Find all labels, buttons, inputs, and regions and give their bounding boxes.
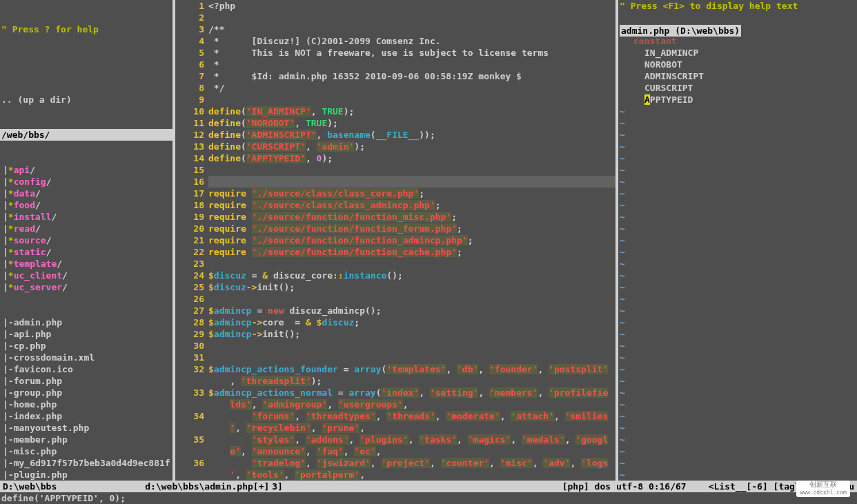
tree-dir[interactable]: |*config/ [1,176,171,188]
code-line[interactable]: $admincp = new discuz_admincp(); [208,305,615,316]
taglist-item[interactable]: ADMINSCRIPT [618,70,839,82]
tree-file[interactable]: |-admin.php [1,316,171,328]
code-line[interactable]: define('CURSCRIPT', 'admin'); [208,141,615,152]
tree-dir[interactable]: |*api/ [1,164,171,176]
code-line[interactable]: */ [208,82,615,94]
status-file: d:\web\bbs\admin.php[+] [142,481,272,492]
status-file-info: [php] dos utf-8 0:16/67 [560,481,689,492]
code-line[interactable]: * [208,59,615,70]
tree-file[interactable]: |-misc.php [1,445,171,457]
tree-dir[interactable]: |*static/ [1,246,171,258]
tree-file[interactable]: |-forum.php [1,375,171,387]
taglist-kind: constant [618,35,839,47]
updir-link[interactable]: .. (up a dir) [0,94,173,105]
code-line[interactable] [208,164,615,176]
tree-file[interactable]: |-home.php [1,399,171,410]
file-tree-pane[interactable]: " Press ? for help .. (up a dir) /web/bb… [0,0,174,481]
code-line[interactable]: , 'threadsplit'); [208,375,615,387]
pane-title-right: " Press <F1> to display help text [618,0,839,12]
tree-file[interactable]: |-group.php [1,387,171,399]
code-line[interactable]: define('IN_ADMINCP', TRUE); [208,105,615,117]
code-line[interactable]: $admincp_actions_normal = array('index',… [208,387,615,399]
code-line[interactable] [208,176,615,188]
tree-dir[interactable]: |*uc_client/ [1,270,171,281]
tree-file[interactable]: |-member.php [1,434,171,445]
code-line[interactable]: 'styles', 'addons', 'plugins', 'tasks', … [208,434,615,445]
tree-dir[interactable]: |*source/ [1,234,171,246]
status-line: D:\web\bbs d:\web\bbs\admin.php[+] 3] [p… [0,481,857,492]
taglist-item[interactable]: APPTYPEID [618,94,839,105]
tree-file[interactable]: |-favicon.ico [1,363,171,375]
tree-file[interactable]: |-my_6d917f57b7beb3a0d4d9ec881f [1,457,171,469]
tree-file[interactable]: |-plugin.php [1,469,171,481]
tree-file[interactable]: |-index.php [1,410,171,422]
tree-dir[interactable]: |*uc_server/ [1,281,171,293]
code-line[interactable]: * [Discuz!] (C)2001-2099 Comsenz Inc. [208,35,615,47]
tree-dir[interactable]: |*food/ [1,199,171,211]
code-line[interactable]: require './source/class/class_core.php'; [208,188,615,199]
tree-file[interactable]: |-cp.php [1,340,171,352]
code-line[interactable]: 'forums', 'threadtypes', 'threads', 'mod… [208,410,615,422]
taglist-item[interactable]: IN_ADMINCP [618,47,839,59]
tree-file[interactable]: |-crossdomain.xml [1,352,171,363]
code-line[interactable]: <?php [208,0,615,12]
code-line[interactable]: $discuz = & discuz_core::instance(); [208,270,615,281]
tree-file[interactable]: |-api.php [1,328,171,340]
command-line[interactable]: define('APPTYPEID', 0); [0,492,857,504]
tree-dir[interactable]: |*install/ [1,211,171,223]
cwd-path: /web/bbs/ [0,129,173,141]
status-left-path: D:\web\bbs [0,481,59,492]
code-area[interactable]: <?php /** * [Discuz!] (C)2001-2099 Comse… [208,0,615,481]
code-line[interactable] [208,352,615,363]
editor-pane[interactable]: 1234567891011121314151617181920212223242… [174,0,617,481]
pane-title-left: " Press ? for help [0,23,173,35]
watermark-logo: 创新互联 www.cdcxhl.com [796,481,850,497]
code-line[interactable]: * $Id: admin.php 16352 2010-09-06 00:58:… [208,70,615,82]
code-line[interactable]: require './source/class/class_admincp.ph… [208,199,615,211]
code-line[interactable] [208,12,615,23]
code-line[interactable]: require './source/function/function_misc… [208,211,615,223]
code-line[interactable]: ', 'tools', 'portalperm', [208,469,615,481]
line-gutter: 1234567891011121314151617181920212223242… [175,0,208,481]
code-line[interactable]: 'tradelog', 'jswizard', 'project', 'coun… [208,457,615,469]
taglist-item[interactable]: NOROBOT [618,59,839,70]
taglist-item[interactable]: CURSCRIPT [618,82,839,94]
code-line[interactable]: lds', 'admingroup', 'usergroups', [208,399,615,410]
code-line[interactable]: /** [208,23,615,35]
code-line[interactable]: define('NOROBOT', TRUE); [208,117,615,129]
code-line[interactable]: require './source/function/function_admi… [208,234,615,246]
code-line[interactable]: define('APPTYPEID', 0); [208,152,615,164]
tree-dir[interactable]: |*read/ [1,223,171,234]
tree-dir[interactable]: |*template/ [1,258,171,270]
code-line[interactable]: $admincp_actions_founder = array('templa… [208,363,615,375]
code-line[interactable] [208,293,615,305]
code-line[interactable] [208,94,615,105]
code-line[interactable]: $admincp->init(); [208,328,615,340]
code-line[interactable]: require './source/function/function_foru… [208,223,615,234]
code-line[interactable] [208,258,615,270]
code-line[interactable]: ', 'recyclebin', 'prune', [208,422,615,434]
code-line[interactable]: * This is NOT a freeware, use is subject… [208,47,615,59]
code-line[interactable]: define('ADMINSCRIPT', basename(__FILE__)… [208,129,615,141]
code-line[interactable]: require './source/function/function_cach… [208,246,615,258]
tree-dir[interactable]: |*data/ [1,188,171,199]
code-line[interactable]: $admincp->core = & $discuz; [208,316,615,328]
tree-file[interactable]: |-manyoutest.php [1,422,171,434]
taglist-pane[interactable]: " Press <F1> to display help text admin.… [617,0,839,481]
code-line[interactable]: $discuz->init(); [208,281,615,293]
code-line[interactable]: e', 'announce', 'faq', 'ec', [208,445,615,457]
code-line[interactable] [208,340,615,352]
